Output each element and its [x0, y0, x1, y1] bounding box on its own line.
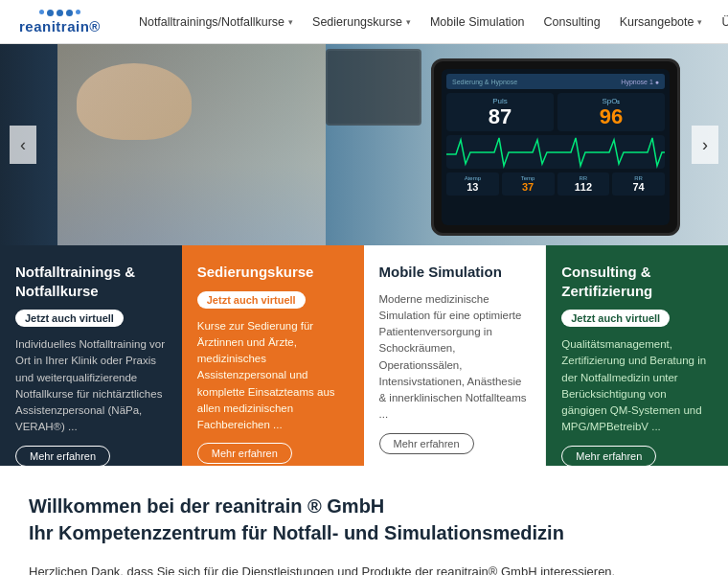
rr-value: 112	[560, 181, 607, 193]
card-consulting: Consulting &Zertifizierung Jetzt auch vi…	[546, 245, 728, 466]
nav-link-notfall[interactable]: Notfalltrainings/Notfallkurse ▾	[129, 10, 303, 34]
logo[interactable]: reanitrain®	[19, 10, 101, 34]
chevron-down-icon: ▾	[406, 17, 411, 27]
logo-dot-2	[47, 10, 54, 16]
card-sedierung: Sedierungskurse Jetzt auch virtuell Kurs…	[182, 245, 364, 466]
welcome-section: Willkommen bei der reanitrain ® GmbH Ihr…	[0, 466, 728, 575]
prev-slide-button[interactable]: ‹	[10, 126, 36, 164]
chevron-down-icon: ▾	[288, 17, 293, 27]
nav-item-kursangebote[interactable]: Kursangebote ▾	[610, 10, 713, 34]
nav-item-sedierung[interactable]: Sedierungskurse ▾	[303, 10, 421, 34]
hero-section: Sedierung & Hypnose Hypnose 1 ● Puls 87 …	[0, 44, 728, 245]
card-sedierung-title: Sedierungskurse	[197, 263, 349, 282]
ecg-chart	[446, 135, 665, 169]
card-notfall-badge[interactable]: Jetzt auch virtuell	[15, 310, 124, 327]
welcome-para-1: Herzlichen Dank, dass Sie sich für die D…	[29, 562, 699, 575]
card-notfall: Notfalltrainings &Notfallkurse Jetzt auc…	[0, 245, 182, 466]
logo-dot-1	[39, 10, 44, 14]
nav-item-simulation[interactable]: Mobile Simulation	[421, 10, 535, 34]
nav-link-kursangebote[interactable]: Kursangebote ▾	[610, 10, 713, 34]
card-consulting-badge[interactable]: Jetzt auch virtuell	[561, 310, 670, 327]
nav-link-simulation[interactable]: Mobile Simulation	[421, 10, 535, 34]
card-notfall-title: Notfalltrainings &Notfallkurse	[15, 263, 167, 300]
card-sedierung-badge[interactable]: Jetzt auch virtuell	[197, 291, 306, 309]
card-sedierung-link[interactable]: Mehr erfahren	[197, 443, 292, 464]
atemp-value: 13	[449, 181, 496, 193]
card-simulation-link[interactable]: Mehr erfahren	[379, 433, 474, 454]
card-notfall-text: Individuelles Notfalltraining vor Ort in…	[15, 336, 167, 436]
card-consulting-text: Qualitätsmanagement, Zertifizierung und …	[561, 336, 713, 436]
logo-dot-5	[76, 10, 80, 14]
nav-link-sedierung[interactable]: Sedierungskurse ▾	[303, 10, 421, 34]
logo-dot-4	[66, 10, 73, 16]
card-simulation-text: Moderne medizinische Simulation für eine…	[379, 291, 531, 424]
nav-link-ueber[interactable]: Über uns	[712, 10, 728, 34]
cards-section: Notfalltrainings &Notfallkurse Jetzt auc…	[0, 245, 728, 466]
logo-dot-3	[57, 10, 63, 16]
logo-text: reanitrain®	[19, 18, 101, 34]
chevron-down-icon: ▾	[697, 17, 702, 27]
card-consulting-link[interactable]: Mehr erfahren	[561, 446, 656, 467]
card-notfall-link[interactable]: Mehr erfahren	[15, 446, 110, 467]
card-simulation-title: Mobile Simulation	[379, 263, 531, 282]
rr2-value: 74	[615, 181, 662, 193]
card-simulation: Mobile Simulation Moderne medizinische S…	[364, 245, 547, 466]
nav-links: Notfalltrainings/Notfallkurse ▾ Sedierun…	[129, 10, 728, 34]
pulse-value: 87	[450, 106, 550, 127]
nav-item-notfall[interactable]: Notfalltrainings/Notfallkurse ▾	[129, 10, 303, 34]
card-consulting-title: Consulting &Zertifizierung	[561, 263, 713, 300]
logo-dots	[39, 10, 80, 16]
next-slide-button[interactable]: ›	[692, 126, 718, 164]
spo2-value: 96	[561, 106, 661, 127]
temp-value: 37	[505, 181, 552, 193]
welcome-title: Willkommen bei der reanitrain ® GmbH Ihr…	[29, 493, 699, 546]
nav-link-consulting[interactable]: Consulting	[535, 10, 610, 34]
card-sedierung-text: Kurse zur Sedierung für Ärztinnen und Är…	[197, 318, 349, 434]
nav-item-ueber[interactable]: Über uns	[712, 10, 728, 34]
navigation: reanitrain® Notfalltrainings/Notfallkurs…	[0, 0, 728, 44]
nav-item-consulting[interactable]: Consulting	[535, 10, 610, 34]
